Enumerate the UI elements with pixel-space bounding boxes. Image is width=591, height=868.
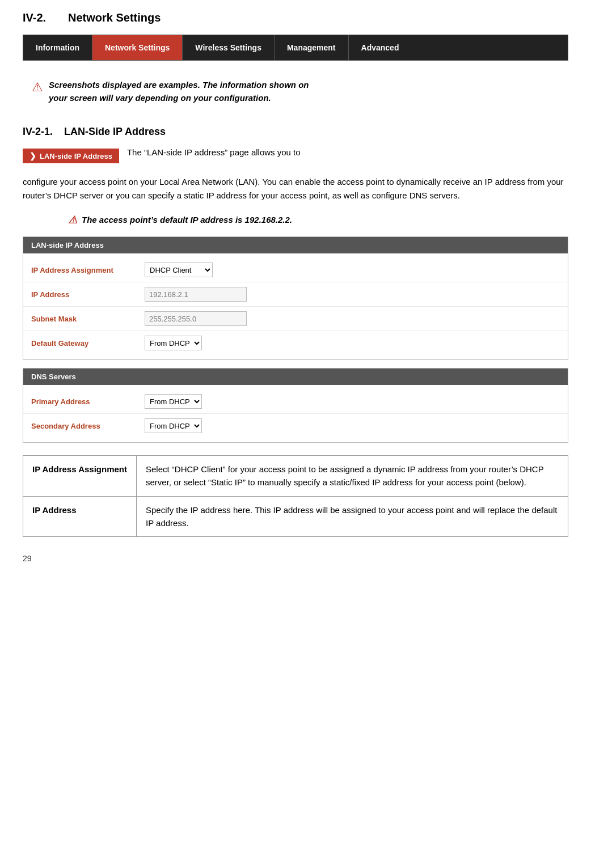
- label-ip-address: IP Address: [31, 290, 145, 299]
- input-subnet-mask[interactable]: [145, 311, 247, 326]
- dns-panel-body: Primary Address From DHCP Manual Seconda…: [23, 385, 568, 442]
- panel-row-ip-address: IP Address: [23, 282, 568, 307]
- value-primary-address: From DHCP Manual: [145, 394, 560, 409]
- select-default-gateway[interactable]: From DHCP Manual: [145, 336, 202, 350]
- lan-badge-arrow-icon: ❯: [29, 151, 36, 160]
- value-ip-assignment: DHCP Client Static IP: [145, 262, 560, 277]
- intro-inline-start: The “LAN-side IP address” page allows yo…: [127, 146, 301, 159]
- lan-panel-header: LAN-side IP Address: [23, 237, 568, 253]
- nav-bar: Information Network Settings Wireless Se…: [23, 35, 568, 61]
- select-primary-address[interactable]: From DHCP Manual: [145, 394, 202, 409]
- lan-badge: ❯ LAN-side IP Address: [23, 149, 119, 163]
- nav-item-network-settings[interactable]: Network Settings: [92, 35, 183, 60]
- value-subnet-mask: [145, 311, 560, 326]
- panel-row-primary-address: Primary Address From DHCP Manual: [23, 389, 568, 414]
- value-ip-address: [145, 287, 560, 302]
- value-default-gateway: From DHCP Manual: [145, 336, 560, 350]
- dns-panel-header: DNS Servers: [23, 369, 568, 385]
- warning-icon: ⚠: [32, 80, 43, 95]
- info-table: IP Address Assignment Select “DHCP Clien…: [23, 455, 568, 537]
- lan-side-panel: LAN-side IP Address IP Address Assignmen…: [23, 236, 568, 360]
- table-row-ip-address: IP Address Specify the IP address here. …: [23, 496, 568, 537]
- table-def-ip-assignment: Select “DHCP Client” for your access poi…: [137, 456, 568, 497]
- intro-paragraph: configure your access point on your Loca…: [23, 175, 568, 202]
- select-ip-assignment[interactable]: DHCP Client Static IP: [145, 262, 213, 277]
- lan-badge-area: ❯ LAN-side IP Address The “LAN-side IP a…: [23, 146, 568, 170]
- nav-item-advanced[interactable]: Advanced: [349, 35, 412, 60]
- nav-item-wireless-settings[interactable]: Wireless Settings: [183, 35, 275, 60]
- panel-row-subnet-mask: Subnet Mask: [23, 307, 568, 331]
- table-row-ip-assignment: IP Address Assignment Select “DHCP Clien…: [23, 456, 568, 497]
- panel-row-secondary-address: Secondary Address From DHCP Manual: [23, 414, 568, 438]
- table-term-ip-address: IP Address: [23, 496, 137, 537]
- page-number: 29: [23, 554, 568, 563]
- default-ip-warning-icon: ⚠: [68, 214, 77, 226]
- main-heading: IV-2. Network Settings: [23, 11, 568, 24]
- lan-panel-body: IP Address Assignment DHCP Client Static…: [23, 253, 568, 359]
- table-term-ip-assignment: IP Address Assignment: [23, 456, 137, 497]
- label-subnet-mask: Subnet Mask: [31, 315, 145, 323]
- table-def-ip-address: Specify the IP address here. This IP add…: [137, 496, 568, 537]
- section-heading: IV-2-1. LAN-Side IP Address: [23, 126, 568, 138]
- select-secondary-address[interactable]: From DHCP Manual: [145, 418, 202, 433]
- panel-row-ip-assignment: IP Address Assignment DHCP Client Static…: [23, 258, 568, 282]
- default-ip-text: The access point’s default IP address is…: [82, 215, 292, 225]
- label-primary-address: Primary Address: [31, 397, 145, 406]
- default-ip-notice: ⚠ The access point’s default IP address …: [68, 213, 568, 226]
- label-default-gateway: Default Gateway: [31, 339, 145, 348]
- dns-panel: DNS Servers Primary Address From DHCP Ma…: [23, 368, 568, 443]
- nav-item-management[interactable]: Management: [275, 35, 349, 60]
- warning-text: Screenshots displayed are examples. The …: [49, 79, 309, 104]
- lan-badge-label: LAN-side IP Address: [40, 152, 112, 160]
- nav-item-information[interactable]: Information: [23, 35, 92, 60]
- panel-row-default-gateway: Default Gateway From DHCP Manual: [23, 331, 568, 355]
- label-secondary-address: Secondary Address: [31, 422, 145, 430]
- input-ip-address[interactable]: [145, 287, 247, 302]
- label-ip-assignment: IP Address Assignment: [31, 266, 145, 274]
- warning-box: ⚠ Screenshots displayed are examples. Th…: [23, 73, 568, 110]
- value-secondary-address: From DHCP Manual: [145, 418, 560, 433]
